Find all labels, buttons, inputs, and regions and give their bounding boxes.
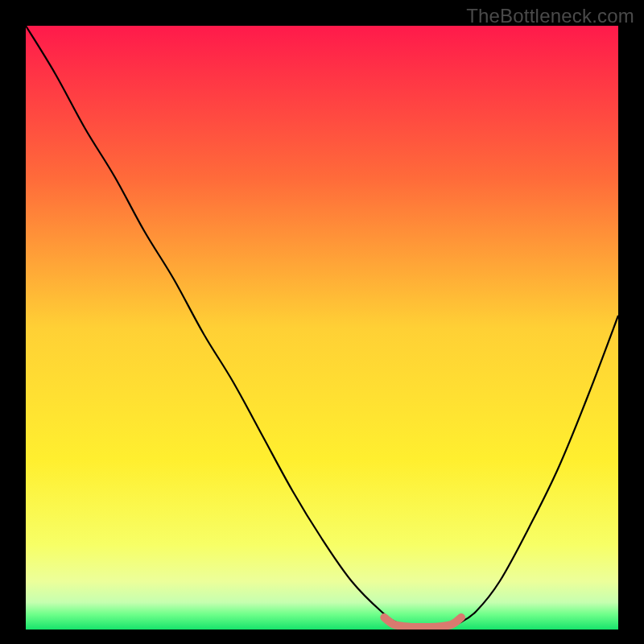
watermark-text: TheBottleneck.com [466,5,634,27]
chart-svg [26,26,618,630]
chart-frame: TheBottleneck.com [0,0,644,644]
bottleneck-plot [26,26,618,630]
